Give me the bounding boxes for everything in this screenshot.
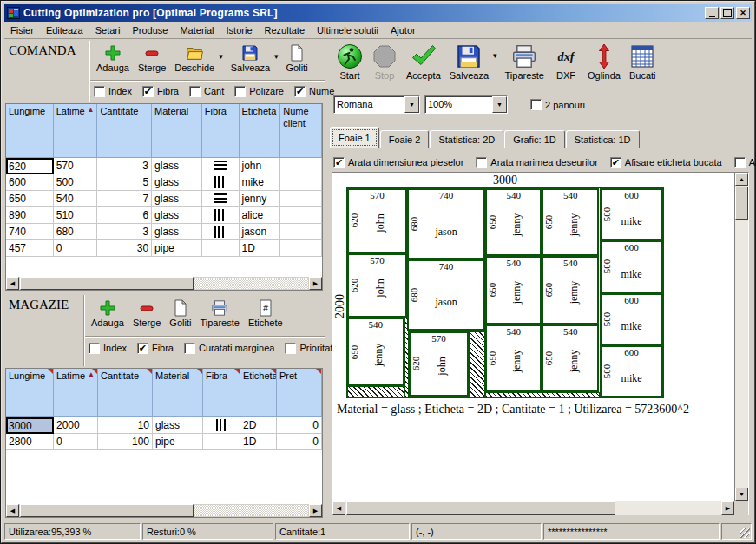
adauga-button[interactable]: Adauga <box>92 42 134 80</box>
checkbox-afisare-eticheta-bucata[interactable]: ✔Afisare eticheta bucata <box>610 157 722 168</box>
comanda-cell-material[interactable]: glass <box>152 158 202 174</box>
checked-checkbox-icon[interactable]: ✔ <box>333 157 345 168</box>
comanda-cell-fibra[interactable] <box>202 191 240 207</box>
magazie-header-material[interactable]: Material <box>153 369 203 417</box>
tab-foaie-2[interactable]: Foaie 2 <box>380 130 430 148</box>
comanda-cell-eticheta[interactable]: jenny <box>240 191 281 207</box>
comanda-cell-fibra[interactable] <box>202 158 240 174</box>
comanda-header-material[interactable]: Material <box>152 104 202 158</box>
scroll-right-icon[interactable] <box>309 277 322 290</box>
comanda-cell-latime[interactable]: 680 <box>54 224 98 240</box>
salveaza-button[interactable]: Salveaza <box>227 42 274 80</box>
magazie-row[interactable]: 3000200010glass2D0 <box>6 417 322 434</box>
piece-jenny[interactable]: 540650jenny <box>485 188 542 256</box>
comanda-cell-fibra[interactable] <box>202 240 240 257</box>
comanda-header-eticheta[interactable]: Eticheta <box>240 104 281 158</box>
comanda-cell-nume[interactable] <box>280 191 322 207</box>
comanda-cell-latime[interactable]: 570 <box>54 158 98 174</box>
comanda-cell-eticheta[interactable]: jason <box>240 224 281 240</box>
menu-item-ultimele-solutii[interactable]: Ultimele solutii <box>311 23 385 37</box>
comanda-cell-cantitate[interactable]: 7 <box>97 191 152 207</box>
comanda-cell-nume[interactable] <box>280 224 322 240</box>
comanda-cell-lungime[interactable]: 600 <box>6 174 54 191</box>
piece-mike[interactable]: 600500mike <box>600 188 663 240</box>
menu-item-fisier[interactable]: Fisier <box>4 23 40 37</box>
magazie-header-latime[interactable]: Latime▲ <box>54 369 98 417</box>
etichete-button[interactable]: #Etichete <box>244 297 287 335</box>
magazie-header-cantitate[interactable]: Cantitate <box>98 369 153 417</box>
magazie-cell-material[interactable]: pipe <box>153 434 203 450</box>
magazie-row[interactable]: 28000100pipe1D0 <box>6 434 322 450</box>
chevron-down-icon[interactable] <box>404 96 419 113</box>
close-button[interactable] <box>736 7 750 19</box>
comanda-cell-lungime[interactable]: 620 <box>6 158 54 174</box>
unchecked-checkbox-icon[interactable] <box>94 86 105 97</box>
title-bar[interactable]: Cutting Optimization pro [Optimal Progra… <box>4 4 752 22</box>
checked-checkbox-icon[interactable]: ✔ <box>142 86 154 97</box>
oglinda-button[interactable]: Oglinda <box>583 41 625 89</box>
comanda-row[interactable]: 8905106glassalice <box>6 207 322 224</box>
comanda-header-fibra[interactable]: Fibra <box>202 104 240 158</box>
comanda-cell-cantitate[interactable]: 6 <box>97 207 152 224</box>
comanda-cell-material[interactable]: glass <box>152 224 202 240</box>
menu-item-editeaza[interactable]: Editeaza <box>40 23 89 37</box>
scrollbar-track[interactable] <box>194 505 308 516</box>
minimize-button[interactable] <box>705 7 719 19</box>
comanda-cell-material[interactable]: glass <box>152 207 202 224</box>
magazie-hscrollbar[interactable] <box>6 503 322 517</box>
checked-checkbox-icon[interactable]: ✔ <box>137 343 148 354</box>
comanda-row[interactable]: 6505407glassjenny <box>6 191 322 207</box>
diagram-hscrollbar[interactable] <box>332 501 734 515</box>
comanda-cell-nume[interactable] <box>280 158 322 174</box>
dropdown-arrow-icon[interactable]: ▾ <box>219 52 223 61</box>
comanda-cell-fibra[interactable] <box>202 174 240 191</box>
checkbox-arata-marimea-deseurilor[interactable]: Arata marimea deseurilor <box>476 157 598 168</box>
comanda-header-cantitate[interactable]: Cantitate <box>97 104 152 158</box>
unchecked-checkbox-icon[interactable] <box>530 99 542 110</box>
accepta-button[interactable]: Accepta <box>402 41 445 89</box>
magazie-cell-eticheta[interactable]: 1D <box>240 434 277 450</box>
checkbox-index[interactable]: Index <box>89 343 127 354</box>
unchecked-checkbox-icon[interactable] <box>734 157 746 168</box>
diagram-vscrollbar[interactable] <box>734 173 748 501</box>
tab-statistica-1d[interactable]: Statistica: 1D <box>566 130 640 148</box>
checkbox-arata-dimensiunea-pieselor[interactable]: ✔Arata dimensiunea pieselor <box>333 157 463 168</box>
unchecked-checkbox-icon[interactable] <box>89 343 100 354</box>
comanda-cell-latime[interactable]: 0 <box>54 240 98 257</box>
comanda-cell-cantitate[interactable]: 3 <box>97 158 152 174</box>
unchecked-checkbox-icon[interactable] <box>285 343 296 354</box>
dropdown-arrow-icon[interactable]: ▾ <box>493 51 497 60</box>
sterge-button[interactable]: Sterge <box>134 42 170 80</box>
comanda-cell-latime[interactable]: 540 <box>54 191 98 207</box>
unchecked-checkbox-icon[interactable] <box>184 343 195 354</box>
magazie-cell-latime[interactable]: 0 <box>54 434 98 450</box>
menu-item-setari[interactable]: Setari <box>89 23 127 37</box>
magazie-cell-material[interactable]: glass <box>153 417 203 434</box>
sterge-button[interactable]: Sterge <box>128 297 165 335</box>
comanda-cell-lungime[interactable]: 740 <box>6 224 54 240</box>
magazie-cell-fibra[interactable] <box>203 434 240 450</box>
app-icon[interactable] <box>7 7 20 19</box>
magazie-header-eticheta[interactable]: Eticheta <box>240 369 277 417</box>
stop-button[interactable]: Stop <box>367 41 402 89</box>
zoom-combo[interactable]: 100% <box>424 95 508 114</box>
piece-jenny[interactable]: 540650jenny <box>485 256 542 324</box>
checked-checkbox-icon[interactable]: ✔ <box>610 157 621 168</box>
scrollbar-thumb[interactable] <box>20 277 194 290</box>
scroll-left-icon[interactable] <box>332 501 345 515</box>
piece-mike[interactable]: 600500mike <box>600 293 663 345</box>
piece-john[interactable]: 570620john <box>347 253 407 318</box>
comanda-cell-eticheta[interactable]: 1D <box>240 240 281 257</box>
comanda-cell-cantitate[interactable]: 3 <box>97 224 152 240</box>
piece-john[interactable]: 570620john <box>347 188 407 253</box>
checkbox-curatati-marginea[interactable]: Curatati marginea <box>184 343 274 354</box>
magazie-cell-lungime[interactable]: 3000 <box>6 417 54 434</box>
piece-jason[interactable]: 740680jason <box>407 188 485 259</box>
magazie-cell-cantitate[interactable]: 100 <box>98 434 153 450</box>
comanda-cell-lungime[interactable]: 890 <box>6 207 54 224</box>
deschide-button[interactable]: Deschide <box>170 42 219 80</box>
piece-jenny[interactable]: 540650jenny <box>542 188 599 256</box>
checkbox-prioritate[interactable]: Prioritate <box>285 343 338 354</box>
tab-grafic-1d[interactable]: Grafic: 1D <box>504 130 565 148</box>
magazie-header-fibra[interactable]: Fibra <box>203 369 240 417</box>
